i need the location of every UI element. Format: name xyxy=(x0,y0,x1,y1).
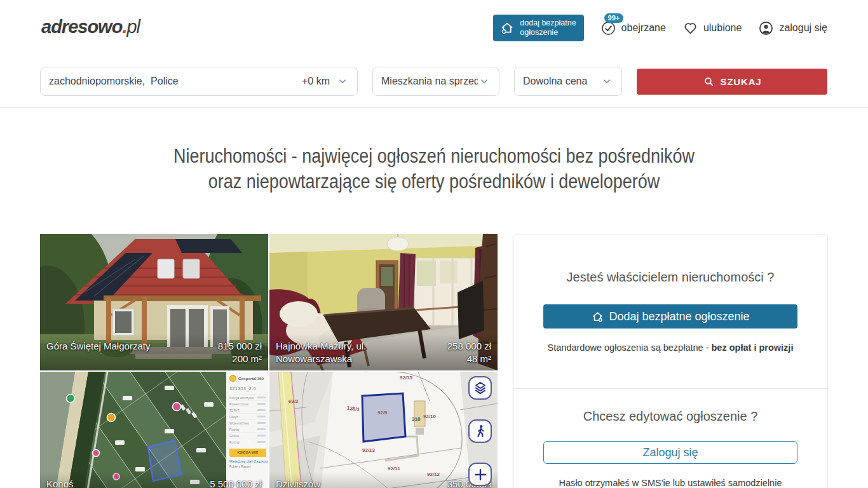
plus-icon xyxy=(472,466,489,483)
parcel-number: 92/12 xyxy=(427,471,440,477)
listing-card[interactable]: Hajnówka Maźury, ul. Nowowarszawska 258 … xyxy=(269,234,498,370)
listing-price: 258 000 zł xyxy=(447,341,491,351)
parcel-number: 92/13 xyxy=(362,447,375,453)
geo-row-label: Powierzchnia xyxy=(229,402,248,406)
listing-card[interactable]: Geoportal 360 321303_2.0 Księga wieczyst… xyxy=(40,372,268,488)
listing-price: 815 000 zł xyxy=(218,341,262,351)
logo-tld: pl xyxy=(126,17,140,37)
search-button-label: SZUKAJ xyxy=(721,76,762,87)
listing-area: 200 m² xyxy=(218,353,262,365)
layers-icon xyxy=(473,381,488,396)
add-free-listing-label: Dodaj bezpłatne ogłoszenie xyxy=(609,310,749,323)
geo-row-label: Rodzaj xyxy=(229,440,240,444)
location-input[interactable]: zachodniopomorskie, Police +0 km xyxy=(40,67,358,96)
search-button[interactable]: SZUKAJ xyxy=(637,69,827,95)
geo-row-value xyxy=(257,396,266,398)
nav-login-label: zaloguj się xyxy=(779,22,827,34)
edit-section: Chcesz edytować ogłoszenie ? Zaloguj się… xyxy=(513,388,827,488)
geo-row-label: Województwo xyxy=(229,421,249,425)
listing-name: Góra Świętej Małgorzaty xyxy=(46,340,150,353)
header-actions: dodaj bezpłatne ogłoszenie 99+ obejrzane… xyxy=(493,15,827,41)
owner-panel: Jesteś właścicielem nieruchomości ? Doda… xyxy=(513,234,828,488)
land-register-button[interactable]: KSIĘGA WIE xyxy=(229,449,266,457)
page-title: Nieruchomości - najwięcej ogłoszeń nieru… xyxy=(57,144,811,194)
geo-row-value xyxy=(257,416,266,417)
chevron-down-icon xyxy=(478,75,491,88)
add-listing-button[interactable]: dodaj bezpłatne ogłoszenie xyxy=(493,15,583,41)
nav-favorites[interactable]: ulubione xyxy=(682,20,742,36)
listing-name: Dziwiszów xyxy=(276,478,320,488)
site-logo[interactable]: adresowo.pl xyxy=(41,17,140,37)
geo-row-label: Powiat xyxy=(229,428,239,431)
geoportal-panel: Geoportal 360 321303_2.0 Księga wieczyst… xyxy=(226,372,268,488)
login-button-label: Zaloguj się xyxy=(642,446,698,459)
listing-caption: Dziwiszów 350 000 zł xyxy=(269,478,498,488)
listing-card[interactable]: 92/15 69/2 138/1 92/9 318 92/10 92/13 92… xyxy=(269,372,498,488)
price-value: Dowolna cena xyxy=(523,76,587,87)
building-number: 318 xyxy=(412,416,420,422)
geo-row-value xyxy=(257,409,266,411)
house-plus-icon xyxy=(499,20,515,36)
geo-row-value xyxy=(257,441,266,443)
search-bar: zachodniopomorskie, Police +0 km Mieszka… xyxy=(40,67,828,96)
geo-row-value xyxy=(257,435,266,437)
listings-grid: Góra Świętej Małgorzaty 815 000 zł 200 m… xyxy=(40,234,498,488)
edit-heading: Chcesz edytować ogłoszenie ? xyxy=(513,409,827,424)
geo-row-label: TERYT xyxy=(229,409,240,412)
parcel-number: 69/2 xyxy=(288,398,299,404)
nav-favorites-label: ulubione xyxy=(703,22,742,34)
category-select[interactable]: Mieszkania na sprzeda xyxy=(372,67,499,96)
owner-section: Jesteś właścicielem nieruchomości ? Doda… xyxy=(513,234,827,388)
login-button[interactable]: Zaloguj się xyxy=(543,441,797,464)
listing-caption: Konoś 5 500 000 zł xyxy=(40,478,268,488)
header-divider xyxy=(0,107,868,108)
listing-card[interactable]: Góra Świętej Małgorzaty 815 000 zł 200 m… xyxy=(40,234,268,370)
chevron-down-icon xyxy=(600,75,613,88)
owner-heading: Jesteś właścicielem nieruchomości ? xyxy=(513,270,827,285)
hero: Nieruchomości - najwięcej ogłoszeń nieru… xyxy=(57,144,811,194)
top-bar: adresowo.pl dodaj bezpłatne ogłoszenie 9… xyxy=(0,0,868,56)
geoportal-logo-icon xyxy=(229,375,236,382)
chevron-down-icon xyxy=(336,75,349,88)
category-value: Mieszkania na sprzeda xyxy=(381,76,478,87)
house-plus-icon xyxy=(591,310,604,323)
listing-price: 5 500 000 zł xyxy=(210,478,262,488)
nav-login[interactable]: zaloguj się xyxy=(758,20,827,36)
price-select[interactable]: Dowolna cena xyxy=(514,67,622,96)
listing-caption: Góra Świętej Małgorzaty 815 000 zł 200 m… xyxy=(40,340,268,370)
parcel-number: 92/15 xyxy=(400,375,412,381)
cadastral-map xyxy=(269,372,498,488)
geo-row-value xyxy=(257,422,266,424)
listing-area: 48 m² xyxy=(447,353,491,365)
geoportal-brand: Geoportal 360 xyxy=(238,377,264,381)
listing-caption: Hajnówka Maźury, ul. Nowowarszawska 258 … xyxy=(269,340,498,370)
user-icon xyxy=(758,20,774,36)
listing-name: Konoś xyxy=(46,478,74,488)
listing-name: Hajnówka Maźury, ul. Nowowarszawska xyxy=(276,340,397,365)
heart-icon xyxy=(682,20,698,36)
geo-row-label: Obręb xyxy=(229,415,238,419)
location-value: zachodniopomorskie, Police xyxy=(49,76,302,87)
geo-row-value xyxy=(257,403,266,405)
parcel-number: 92/10 xyxy=(423,414,436,419)
owner-note: Standardowe ogłoszenia są bezpłatne - be… xyxy=(513,342,827,353)
edit-note: Hasło otrzymałeś w SMS'ie lub ustawiłeś … xyxy=(513,478,827,488)
viewed-count-badge: 99+ xyxy=(604,13,624,23)
geo-row-label: Gmina xyxy=(229,434,239,438)
nav-viewed-label: obejrzane xyxy=(621,22,666,34)
map-controls xyxy=(468,376,492,486)
geo-row-value xyxy=(257,428,266,430)
nav-viewed[interactable]: 99+ obejrzane xyxy=(600,20,666,36)
map-layers-button[interactable] xyxy=(468,376,492,400)
street-view-button[interactable] xyxy=(468,419,492,443)
add-listing-label: dodaj bezpłatne ogłoszenie xyxy=(520,18,576,37)
add-free-listing-button[interactable]: Dodaj bezpłatne ogłoszenie xyxy=(543,304,797,329)
zoning-plan-link[interactable]: Miejscowy plan Zagospod xyxy=(229,459,268,463)
logo-text: adresowo xyxy=(41,17,122,37)
download-report-link[interactable]: Pobierz Raport xyxy=(229,464,268,468)
pedestrian-icon xyxy=(473,424,488,439)
parcel-number: 92/9 xyxy=(377,410,388,416)
parcel-number: 92/11 xyxy=(388,466,400,471)
geo-row-label: Księga wieczysta xyxy=(229,396,254,400)
zoom-in-button[interactable] xyxy=(468,463,492,486)
